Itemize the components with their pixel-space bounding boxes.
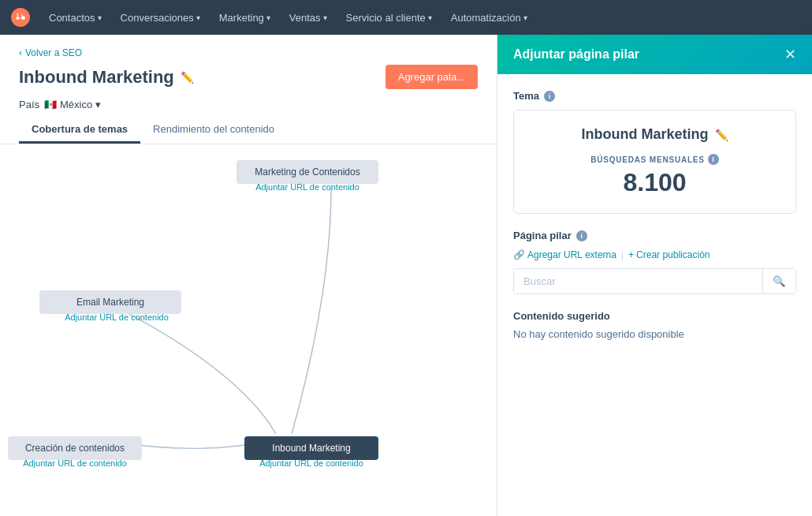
chevron-down-icon: ▾ xyxy=(266,13,270,22)
node-email-marketing: Email Marketing xyxy=(39,290,181,314)
search-icon: 🔍 xyxy=(773,275,786,287)
pilar-actions: 🔗 Agregar URL externa | + Crear publicac… xyxy=(513,249,796,260)
link-creacion-contenidos[interactable]: Adjuntar URL de contenido xyxy=(8,458,142,468)
back-link[interactable]: ‹ Volver a SEO xyxy=(19,47,478,58)
suggested-empty-message: No hay contenido sugerido disponible xyxy=(513,328,796,340)
search-input[interactable] xyxy=(514,269,762,294)
right-panel: Adjuntar página pilar ✕ Tema i Inbound M… xyxy=(497,35,812,516)
nav-ventas[interactable]: Ventas ▾ xyxy=(281,7,335,28)
nav-automatizacion[interactable]: Automatización ▾ xyxy=(443,7,535,28)
nav-conversaciones[interactable]: Conversaciones ▾ xyxy=(113,7,208,28)
node-inbound-marketing: Inbound Marketing xyxy=(244,436,378,460)
page-title-left: Inbound Marketing ✏️ xyxy=(19,67,194,88)
panel-title: Adjuntar página pilar xyxy=(513,47,639,62)
panel-body: Tema i Inbound Marketing ✏️ BÚSQUEDAS ME… xyxy=(497,74,812,516)
pilar-info-icon[interactable]: i xyxy=(576,230,587,241)
country-row: País 🇲🇽 México ▾ xyxy=(19,99,478,110)
edit-title-button[interactable]: ✏️ xyxy=(181,71,194,84)
link-inbound-marketing[interactable]: Adjuntar URL de contenido xyxy=(244,458,378,468)
nav-contactos[interactable]: Contactos ▾ xyxy=(41,7,110,28)
chevron-down-icon: ▾ xyxy=(95,99,101,110)
metric-label: BÚSQUEDAS MENSUALES i xyxy=(530,154,780,165)
chevron-down-icon: ▾ xyxy=(428,13,432,22)
svg-point-0 xyxy=(11,8,30,27)
pilar-section-label: Página pilar i xyxy=(513,230,796,241)
create-publication-link[interactable]: + Crear publicación xyxy=(628,249,710,260)
nav-servicio[interactable]: Servicio al cliente ▾ xyxy=(338,7,440,28)
tema-section-label: Tema i xyxy=(513,90,796,102)
left-content: ‹ Volver a SEO Inbound Marketing ✏️ Agre… xyxy=(0,35,497,516)
main-area: ‹ Volver a SEO Inbound Marketing ✏️ Agre… xyxy=(0,35,812,516)
tab-cobertura[interactable]: Cobertura de temas xyxy=(19,117,140,144)
tab-rendimiento[interactable]: Rendimiento del contenido xyxy=(140,117,287,144)
metric-info-icon[interactable]: i xyxy=(708,154,719,165)
plus-icon: + xyxy=(628,249,634,260)
info-icon[interactable]: i xyxy=(544,91,555,102)
pilar-separator: | xyxy=(621,249,624,260)
hubspot-logo[interactable] xyxy=(9,6,32,28)
pilar-section: Página pilar i 🔗 Agregar URL externa | +… xyxy=(513,230,796,294)
chevron-down-icon: ▾ xyxy=(523,13,527,22)
suggested-label: Contenido sugerido xyxy=(513,310,796,322)
metric-value: 8.100 xyxy=(530,168,780,197)
theme-card-title-row: Inbound Marketing ✏️ xyxy=(530,126,780,143)
chevron-down-icon: ▾ xyxy=(196,13,200,22)
country-selector[interactable]: 🇲🇽 México ▾ xyxy=(44,99,101,110)
chevron-down-icon: ▾ xyxy=(98,13,102,22)
flag-icon: 🇲🇽 xyxy=(44,99,57,110)
page-title-row: Inbound Marketing ✏️ Agregar pala... xyxy=(19,65,478,89)
link-email-marketing[interactable]: Adjuntar URL de contenido xyxy=(39,312,194,322)
link-icon: 🔗 xyxy=(513,249,525,260)
search-button[interactable]: 🔍 xyxy=(762,269,795,294)
panel-header: Adjuntar página pilar ✕ xyxy=(497,35,812,74)
nav-marketing[interactable]: Marketing ▾ xyxy=(211,7,278,28)
add-keyword-button[interactable]: Agregar pala... xyxy=(386,65,478,89)
edit-theme-button[interactable]: ✏️ xyxy=(715,129,728,141)
theme-card-title: Inbound Marketing xyxy=(582,126,709,143)
chevron-down-icon: ▾ xyxy=(323,13,327,22)
close-button[interactable]: ✕ xyxy=(784,47,796,62)
page-title: Inbound Marketing xyxy=(19,67,174,88)
diagram-area: Marketing de Contenidos Adjuntar URL de … xyxy=(0,144,497,515)
tabs-row: Cobertura de temas Rendimiento del conte… xyxy=(19,117,478,144)
suggested-section: Contenido sugerido No hay contenido suge… xyxy=(513,310,796,340)
theme-card: Inbound Marketing ✏️ BÚSQUEDAS MENSUALES… xyxy=(513,110,796,214)
search-box: 🔍 xyxy=(513,268,796,294)
add-external-url-link[interactable]: 🔗 Agregar URL externa xyxy=(513,249,616,260)
node-marketing-contenidos: Marketing de Contenidos xyxy=(237,160,378,184)
chevron-left-icon: ‹ xyxy=(19,47,22,58)
top-navigation: Contactos ▾ Conversaciones ▾ Marketing ▾… xyxy=(0,0,812,35)
node-creacion-contenidos: Creación de contenidos xyxy=(8,436,142,460)
link-marketing-contenidos[interactable]: Adjuntar URL de contenido xyxy=(230,182,385,192)
page-header: ‹ Volver a SEO Inbound Marketing ✏️ Agre… xyxy=(0,35,497,144)
